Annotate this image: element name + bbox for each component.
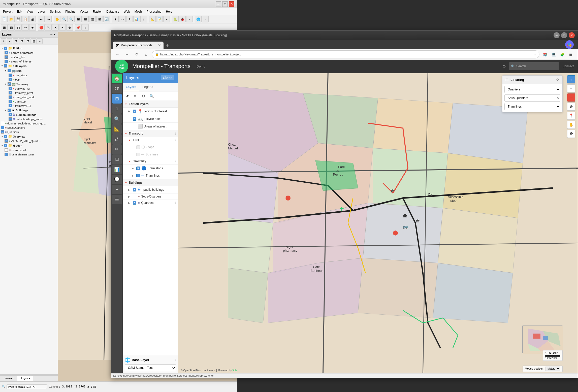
villemtp-checkbox[interactable] (5, 139, 8, 143)
qgis-layer-tramway-group[interactable]: ▼ 🚃 Tramway (0, 82, 58, 86)
lp-search-btn[interactable]: 🔍 (148, 92, 155, 100)
qgis-layer-bus-stops[interactable]: ■ bus_stops (0, 73, 58, 77)
qgis-layer-donnes[interactable]: ■ donnes_sociodemo_sous_qu... (0, 121, 58, 125)
sidebar-home-btn[interactable]: 🏠 (112, 74, 122, 83)
pb-checkbox[interactable] (9, 113, 12, 116)
menu-vector[interactable]: Vector (78, 9, 90, 14)
bus-line-checkbox[interactable] (9, 78, 12, 81)
tram-stop-work-checkbox[interactable] (9, 95, 12, 99)
menu-plugins[interactable]: Plugins (63, 9, 77, 14)
lizmap-layer-bus-lines[interactable]: ─ Bus lines (123, 151, 178, 158)
tb-more[interactable]: » (163, 16, 170, 22)
addr-star-icon[interactable]: ⋯ (529, 53, 532, 56)
address-bar[interactable]: 🔒 liz.next/index.php/view/map/?repositor… (152, 50, 539, 58)
tram-ref-checkbox[interactable] (9, 87, 12, 90)
tb-print[interactable]: 🖨 (29, 16, 36, 22)
lizmap-tramway-subgroup[interactable]: ▼ Tramway ℹ (123, 158, 178, 165)
bus-stops-checkbox[interactable] (9, 74, 12, 77)
locate-input[interactable] (7, 384, 47, 389)
bicycle-layer-checkbox[interactable] (133, 117, 136, 121)
lizmap-layer-public-buildings[interactable]: ▶ 🏛 public buildings (123, 186, 178, 193)
menu-layer[interactable]: Layer (36, 9, 47, 14)
tb-undo[interactable]: ↩ (38, 16, 45, 22)
tram-lines-checkbox[interactable] (136, 174, 140, 177)
sidebar-edit-btn[interactable]: ✏ (112, 144, 122, 154)
qgis-layer-filter[interactable]: ⊡ (13, 38, 18, 44)
buildings-group-checkbox[interactable] (8, 109, 11, 112)
tb-zoom-extent[interactable]: ⊠ (75, 16, 82, 22)
qgis-close-button[interactable]: ✕ (229, 1, 234, 7)
tb-open[interactable]: 📂 (8, 16, 15, 22)
qgis-layer-edition-line[interactable]: ─ edition_line (0, 55, 58, 59)
menu-button[interactable]: ☰ (567, 51, 574, 58)
tb2-snap[interactable]: 📌 (75, 24, 82, 31)
qgis-layer-hidden-group[interactable]: ▼ 📁 Hidden (0, 143, 58, 148)
tb-redo[interactable]: ↪ (45, 16, 52, 22)
lp-visibility-btn[interactable]: 👁 (124, 92, 131, 100)
osm-mapnik-checkbox[interactable] (5, 148, 8, 152)
qgis-layer-quartiers[interactable]: ■ Quartiers (0, 130, 58, 134)
tramstop-checkbox[interactable] (9, 100, 12, 103)
rt-danger-btn[interactable]: ─ (567, 93, 575, 102)
qgis-layer-overview-group[interactable]: ▼ 📁 Overview (0, 134, 58, 139)
back-button[interactable]: ← (114, 51, 121, 58)
menu-edit[interactable]: Edit (15, 9, 24, 14)
datalayers-group-checkbox[interactable] (4, 64, 7, 68)
poi-checkbox[interactable] (5, 51, 8, 54)
tram-pivot-checkbox[interactable] (9, 91, 12, 94)
sidebar-map-btn[interactable]: 🗺 (112, 84, 122, 93)
tb-debug[interactable]: 🐞 (179, 16, 186, 22)
tb-zoom-selection[interactable]: ⊡ (82, 16, 89, 22)
lizmap-layers-close-btn[interactable]: Close (161, 75, 174, 80)
menu-database[interactable]: Database (104, 9, 121, 14)
tb-save[interactable]: 💾 (15, 16, 22, 22)
menu-settings[interactable]: Settings (48, 9, 63, 14)
qgis-minimize-button[interactable]: ─ (216, 1, 221, 7)
bus-lines-checkbox[interactable] (136, 153, 140, 156)
lizmap-layer-sous-quartiers[interactable]: ▶ ■ Sous-Quartiers (123, 193, 178, 200)
qgis-layer-bus-group[interactable]: ▼ 🚌 Bus (0, 68, 58, 73)
browser-tab-montpellier[interactable]: 🗺 Montpellier - Transports ✕ (113, 42, 164, 49)
qgis-layer-tram-stop-work[interactable]: ■ tram_stop_work (0, 95, 58, 99)
lizmap-search-bar[interactable]: 🔍 Search (509, 62, 559, 70)
sidebar-feature-btn[interactable]: ✦ (112, 185, 122, 194)
sq-checkbox[interactable] (1, 126, 4, 129)
pb-expand-btn[interactable]: ▶ (128, 188, 131, 191)
tb2-del[interactable]: ✕ (52, 24, 59, 31)
buildings-group-header[interactable]: ▼ Buildings (123, 179, 178, 186)
poi-expand-btn[interactable]: ▶ (128, 110, 131, 113)
tb2-node[interactable]: ◈ (29, 24, 36, 31)
hidden-group-checkbox[interactable] (4, 144, 7, 147)
locating-quartiers-select[interactable]: Quartiers (504, 86, 560, 93)
tb2-dig[interactable]: 🔴 (38, 24, 45, 31)
qgis-layer-publicbuildings[interactable]: 🏛 publicbuildings (0, 113, 58, 117)
transport-group-header[interactable]: ▼ Transport ℹ (123, 130, 178, 137)
sidebar-layers-btn[interactable]: ⊞ (112, 94, 122, 104)
forward-button[interactable]: → (123, 51, 131, 58)
legend-tab[interactable]: Legend (139, 83, 156, 91)
rt-geolocation-btn[interactable]: 📍 (567, 112, 575, 120)
transport-info-btn[interactable]: ℹ (175, 132, 176, 135)
menu-project[interactable]: Project (1, 9, 14, 14)
overview-group-checkbox[interactable] (4, 135, 7, 138)
refresh-button[interactable]: ⟳ (503, 64, 506, 69)
qgis-layer-areas-of-interest[interactable]: ■ areas_of_interest (0, 59, 58, 63)
locating-refresh-btn[interactable]: ⟳ (556, 78, 559, 82)
qgis-layer-datalayers-group[interactable]: ▼ 📁 datalayers (0, 63, 58, 68)
bus-info-btn[interactable]: ℹ (175, 138, 176, 142)
tb-zoom-in[interactable]: 🔍 (61, 16, 68, 22)
reload-button[interactable]: ↻ (133, 51, 140, 58)
q-layer-checkbox[interactable] (133, 201, 136, 205)
rt-settings-btn[interactable]: ⚙ (567, 130, 575, 138)
poi-layer-checkbox[interactable] (133, 110, 136, 113)
sidebar-print-btn[interactable]: 🖨 (112, 134, 122, 144)
lp-edit-btn[interactable]: ✏ (132, 92, 139, 100)
tb-zoom-out[interactable]: 🔍 (68, 16, 75, 22)
tb-python[interactable]: 🐍 (172, 16, 179, 22)
donnes-checkbox[interactable] (1, 122, 4, 125)
rt-hand-btn[interactable]: ✋ (567, 121, 575, 129)
rt-zoom-out-btn[interactable]: − (567, 84, 575, 92)
tb-stats[interactable]: 📊 (133, 16, 140, 22)
qgis-layer-remove[interactable]: - (7, 38, 12, 44)
lizmap-layer-poi[interactable]: ▶ 📍 Points of interest (123, 108, 178, 115)
